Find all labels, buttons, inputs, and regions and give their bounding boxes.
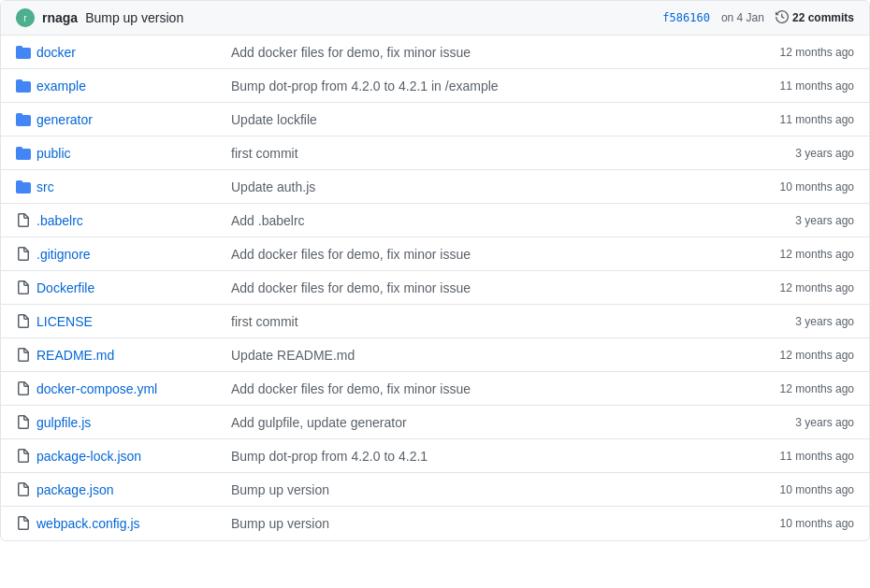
- file-icon: [16, 280, 31, 295]
- file-name[interactable]: .babelrc: [36, 213, 224, 228]
- commit-message: Bump up version: [224, 516, 732, 531]
- commit-message: Add docker files for demo, fix minor iss…: [224, 381, 732, 396]
- file-icon: [16, 314, 31, 329]
- file-name[interactable]: package-lock.json: [36, 449, 224, 464]
- file-name[interactable]: gulpfile.js: [36, 415, 224, 430]
- file-name[interactable]: public: [36, 146, 224, 161]
- commit-message: Bump dot-prop from 4.2.0 to 4.2.1: [224, 449, 732, 464]
- file-name[interactable]: LICENSE: [36, 314, 224, 329]
- file-age: 3 years ago: [732, 214, 854, 227]
- table-row: webpack.config.jsBump up version10 month…: [1, 507, 869, 540]
- file-icon: [16, 348, 31, 363]
- file-age: 3 years ago: [732, 147, 854, 160]
- avatar: r: [16, 8, 35, 27]
- file-icon: [16, 247, 31, 262]
- commit-message: Bump up version: [85, 10, 655, 25]
- commit-info: f586160 on 4 Jan 22 commits: [662, 10, 854, 26]
- repo-header: r rnaga Bump up version f586160 on 4 Jan…: [1, 1, 869, 36]
- repo-table: r rnaga Bump up version f586160 on 4 Jan…: [0, 0, 870, 541]
- file-name[interactable]: generator: [36, 112, 224, 127]
- table-row: DockerfileAdd docker files for demo, fix…: [1, 271, 869, 305]
- table-row: LICENSEfirst commit3 years ago: [1, 305, 869, 338]
- file-age: 3 years ago: [732, 416, 854, 429]
- file-list: dockerAdd docker files for demo, fix min…: [1, 36, 869, 540]
- folder-icon: [16, 179, 31, 194]
- table-row: package.jsonBump up version10 months ago: [1, 473, 869, 507]
- table-row: docker-compose.ymlAdd docker files for d…: [1, 372, 869, 406]
- file-age: 12 months ago: [732, 248, 854, 261]
- table-row: README.mdUpdate README.md12 months ago: [1, 338, 869, 372]
- file-age: 10 months ago: [732, 517, 854, 530]
- file-age: 11 months ago: [732, 450, 854, 463]
- file-icon: [16, 213, 31, 228]
- file-name[interactable]: docker: [36, 45, 224, 60]
- file-name[interactable]: .gitignore: [36, 247, 224, 262]
- file-age: 10 months ago: [732, 180, 854, 194]
- table-row: exampleBump dot-prop from 4.2.0 to 4.2.1…: [1, 69, 869, 103]
- table-row: package-lock.jsonBump dot-prop from 4.2.…: [1, 439, 869, 473]
- commit-message: Update auth.js: [224, 179, 732, 194]
- file-name[interactable]: Dockerfile: [36, 280, 224, 295]
- file-name[interactable]: example: [36, 79, 224, 93]
- commit-message: Add gulpfile, update generator: [224, 415, 732, 430]
- file-icon: [16, 516, 31, 531]
- table-row: dockerAdd docker files for demo, fix min…: [1, 36, 869, 69]
- commit-message: Add docker files for demo, fix minor iss…: [224, 45, 732, 60]
- commit-message: Bump dot-prop from 4.2.0 to 4.2.1 in /ex…: [224, 79, 732, 93]
- file-name[interactable]: package.json: [36, 482, 224, 497]
- table-row: gulpfile.jsAdd gulpfile, update generato…: [1, 406, 869, 439]
- file-age: 12 months ago: [732, 349, 854, 362]
- file-age: 10 months ago: [732, 483, 854, 496]
- commit-date: on 4 Jan: [721, 11, 764, 24]
- file-name[interactable]: src: [36, 179, 224, 194]
- file-name[interactable]: webpack.config.js: [36, 516, 224, 531]
- commit-message: Update README.md: [224, 348, 732, 363]
- commit-message: first commit: [224, 146, 732, 161]
- file-age: 12 months ago: [732, 382, 854, 395]
- commit-message: Update lockfile: [224, 112, 732, 127]
- file-age: 11 months ago: [732, 79, 854, 93]
- commit-author[interactable]: rnaga: [42, 10, 78, 25]
- commit-message: Add docker files for demo, fix minor iss…: [224, 280, 732, 295]
- commit-hash[interactable]: f586160: [662, 11, 710, 24]
- file-icon: [16, 415, 31, 430]
- commit-message: Add .babelrc: [224, 213, 732, 228]
- folder-icon: [16, 45, 31, 60]
- table-row: publicfirst commit3 years ago: [1, 136, 869, 170]
- commits-count[interactable]: 22 commits: [792, 11, 854, 24]
- commit-message: Bump up version: [224, 482, 732, 497]
- clock-icon: [776, 10, 789, 26]
- folder-icon: [16, 112, 31, 127]
- table-row: generatorUpdate lockfile11 months ago: [1, 103, 869, 136]
- commits-link[interactable]: 22 commits: [776, 10, 854, 26]
- file-age: 3 years ago: [732, 315, 854, 328]
- folder-icon: [16, 146, 31, 161]
- folder-icon: [16, 79, 31, 93]
- table-row: .gitignoreAdd docker files for demo, fix…: [1, 237, 869, 271]
- file-age: 11 months ago: [732, 113, 854, 126]
- file-name[interactable]: README.md: [36, 348, 224, 363]
- file-age: 12 months ago: [732, 46, 854, 59]
- commit-message: first commit: [224, 314, 732, 329]
- table-row: .babelrcAdd .babelrc3 years ago: [1, 204, 869, 237]
- file-icon: [16, 449, 31, 464]
- file-age: 12 months ago: [732, 281, 854, 294]
- file-name[interactable]: docker-compose.yml: [36, 381, 224, 396]
- commit-message: Add docker files for demo, fix minor iss…: [224, 247, 732, 262]
- file-icon: [16, 381, 31, 396]
- file-icon: [16, 482, 31, 497]
- table-row: srcUpdate auth.js10 months ago: [1, 170, 869, 204]
